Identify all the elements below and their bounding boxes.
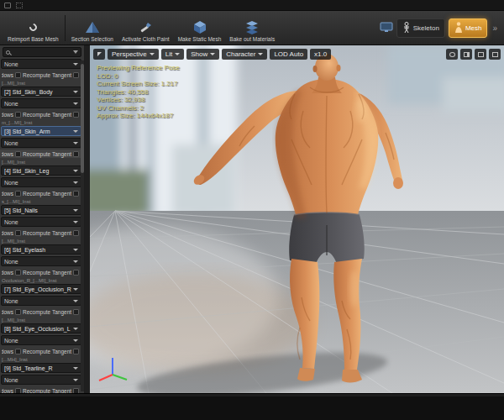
material-asset-dropdown[interactable]: None xyxy=(1,59,81,69)
recompute-tangent-checkbox[interactable] xyxy=(73,191,79,197)
material-instance-label: [...MH]_Inst xyxy=(0,356,84,363)
material-asset-dropdown[interactable]: None xyxy=(1,335,81,345)
chevron-down-icon xyxy=(73,249,78,251)
character-figure-icon xyxy=(454,22,463,34)
viewport-toolbar-button[interactable]: x1.0 xyxy=(310,49,331,60)
pyramid-icon xyxy=(85,19,100,34)
cast-shadows-checkbox[interactable] xyxy=(15,309,21,315)
cast-shadows-checkbox[interactable] xyxy=(15,270,21,276)
axis-gizmo[interactable] xyxy=(95,351,130,386)
section-selection-button[interactable]: Section Selection xyxy=(67,13,118,44)
overflow-chevrons-icon[interactable]: » xyxy=(491,24,499,33)
grid-snap-icon[interactable] xyxy=(475,49,486,60)
stats-line: Previewing Reference Pose xyxy=(97,64,180,72)
material-asset-dropdown[interactable]: None xyxy=(1,177,81,187)
layer-stack-icon xyxy=(244,19,260,34)
material-asset-dropdown[interactable]: None xyxy=(1,375,81,385)
chevron-down-icon xyxy=(73,221,78,223)
view-layout-icon[interactable] xyxy=(460,49,472,60)
material-slot-dropdown[interactable]: [8] Std_Eye_Occlusion_L xyxy=(1,323,81,333)
make-static-mesh-button[interactable]: Make Static Mesh xyxy=(174,13,226,44)
cast-shadows-checkbox[interactable] xyxy=(15,151,21,157)
filter-icon[interactable] xyxy=(73,50,78,54)
material-asset-dropdown[interactable]: None xyxy=(1,256,81,266)
browse-icon[interactable] xyxy=(16,3,23,8)
cast-shadows-checkbox[interactable] xyxy=(15,230,21,236)
chevron-down-icon xyxy=(210,53,215,55)
material-slot-dropdown[interactable]: [7] Std_Eye_Occlusion_R xyxy=(1,284,81,294)
main-toolbar: Reimport Base Mesh Section Selection Act… xyxy=(0,11,504,45)
recompute-tangent-checkbox[interactable] xyxy=(73,230,79,236)
cast-shadows-label: Shadows xyxy=(2,191,13,197)
camera-icon[interactable] xyxy=(446,49,458,60)
chevron-down-icon xyxy=(150,53,155,55)
corner-triangle-icon xyxy=(97,52,102,56)
cast-shadows-label: Shadows xyxy=(2,270,13,276)
cast-shadows-checkbox[interactable] xyxy=(15,191,21,197)
material-slot-dropdown[interactable]: [9] Std_Tearline_R xyxy=(1,363,81,373)
chevron-down-icon xyxy=(73,367,78,370)
tab-skeleton-label: Skeleton xyxy=(413,24,439,32)
recompute-tangent-label: Recompute Tangent xyxy=(23,230,71,236)
section-flags-row: Shadows Recompute Tangent xyxy=(0,347,84,355)
tab-mesh[interactable]: Mesh xyxy=(449,18,488,38)
viewport-toolbar-button[interactable]: Perspective xyxy=(108,49,159,60)
cast-shadows-checkbox[interactable] xyxy=(15,72,21,78)
chevron-down-icon xyxy=(73,379,78,381)
viewport[interactable]: Perspective Lit Show Character LOD Auto xyxy=(90,45,504,393)
material-instance-label: s_[...MI]_Inst xyxy=(0,198,84,205)
activate-cloth-paint-button[interactable]: Activate Cloth Paint xyxy=(118,13,174,44)
panel-scrollbar[interactable] xyxy=(81,60,84,391)
tab-mesh-label: Mesh xyxy=(465,24,482,32)
material-slot-dropdown[interactable]: [2] Std_Skin_Body xyxy=(1,87,81,97)
material-slot-dropdown[interactable]: [4] Std_Skin_Leg xyxy=(1,165,81,176)
search-bar[interactable] xyxy=(3,47,81,57)
viewport-toolbar-button[interactable]: Lit xyxy=(161,49,184,60)
material-asset-dropdown[interactable]: None xyxy=(1,138,81,148)
material-asset-dropdown[interactable]: None xyxy=(1,217,81,227)
cast-shadows-checkbox[interactable] xyxy=(15,349,21,354)
preview-monitor-icon[interactable] xyxy=(380,21,393,36)
chevron-down-icon xyxy=(73,91,78,93)
section-flags-row: Shadows Recompute Tangent xyxy=(0,386,84,393)
viewport-toolbar-button[interactable]: Character xyxy=(222,49,267,60)
cloth-paint-brush-icon xyxy=(138,19,153,34)
search-input[interactable] xyxy=(12,48,71,56)
viewport-toolbar-button[interactable]: Show xyxy=(186,49,219,60)
recompute-tangent-label: Recompute Tangent xyxy=(23,112,71,118)
section-flags-row: Shadows Recompute Tangent xyxy=(0,110,84,118)
material-slot-dropdown[interactable]: [5] Std_Nails xyxy=(1,205,81,215)
material-slot-dropdown[interactable]: [6] Std_Eyelash xyxy=(1,244,81,255)
viewport-toolbar-button[interactable]: LOD Auto xyxy=(270,49,307,60)
maximize-icon[interactable] xyxy=(489,49,501,60)
reimport-base-mesh-button[interactable]: Reimport Base Mesh xyxy=(3,13,63,44)
cast-shadows-checkbox[interactable] xyxy=(15,112,21,118)
material-asset-dropdown[interactable]: None xyxy=(1,296,81,306)
chevron-down-icon xyxy=(175,53,180,55)
material-slot-dropdown[interactable]: [3] Std_Skin_Arm xyxy=(1,126,81,136)
left-foot xyxy=(297,368,315,381)
stats-line: Triangles: 40,558 xyxy=(97,88,180,97)
recompute-tangent-label: Recompute Tangent xyxy=(23,349,71,354)
stats-line: Vertices: 32,938 xyxy=(97,96,180,104)
bake-out-materials-button[interactable]: Bake out Materials xyxy=(225,13,279,44)
save-icon[interactable] xyxy=(4,3,11,8)
material-group: Occlusion_R_[...MI]_Inst [7] Std_Eye_Occ… xyxy=(0,277,84,316)
stats-line: Approx Size: 144x64x187 xyxy=(97,112,180,120)
section-flags-row: Shadows Recompute Tangent xyxy=(0,150,84,158)
material-group: [...MI]_Inst [2] Std_Skin_Body None Shad… xyxy=(0,80,84,118)
chevron-down-icon xyxy=(73,260,78,263)
cast-shadows-label: Shadows xyxy=(2,112,13,118)
recompute-tangent-checkbox[interactable] xyxy=(73,72,79,78)
recompute-tangent-checkbox[interactable] xyxy=(73,151,79,157)
viewport-options-button[interactable] xyxy=(93,49,105,60)
tab-skeleton[interactable]: Skeleton xyxy=(396,18,445,38)
recompute-tangent-checkbox[interactable] xyxy=(73,112,79,118)
recompute-tangent-checkbox[interactable] xyxy=(73,309,79,315)
recompute-tangent-checkbox[interactable] xyxy=(73,270,79,276)
bottom-drawer[interactable] xyxy=(0,393,504,420)
viewport-stats: Previewing Reference Pose LOD: 0 Current… xyxy=(97,64,180,120)
recompute-tangent-checkbox[interactable] xyxy=(73,349,79,354)
material-asset-dropdown[interactable]: None xyxy=(1,98,81,108)
search-icon xyxy=(6,50,10,55)
